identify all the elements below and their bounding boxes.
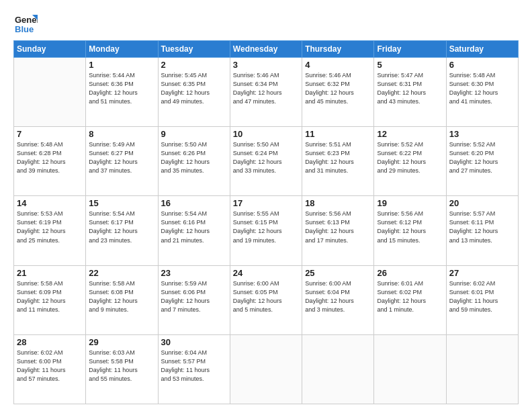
weekday-header-wednesday: Wednesday: [230, 41, 302, 58]
calendar-cell: [446, 334, 518, 404]
calendar-cell: 19Sunrise: 5:56 AM Sunset: 6:12 PM Dayli…: [374, 196, 446, 265]
calendar-cell: 14Sunrise: 5:53 AM Sunset: 6:19 PM Dayli…: [14, 196, 86, 265]
weekday-header-saturday: Saturday: [446, 41, 518, 58]
calendar-cell: 23Sunrise: 5:59 AM Sunset: 6:06 PM Dayli…: [158, 265, 230, 334]
day-number: 8: [89, 129, 154, 139]
day-info: Sunrise: 5:48 AM Sunset: 6:30 PM Dayligh…: [449, 71, 515, 106]
day-number: 21: [17, 268, 83, 278]
day-info: Sunrise: 5:50 AM Sunset: 6:24 PM Dayligh…: [233, 140, 299, 175]
day-info: Sunrise: 6:03 AM Sunset: 5:58 PM Dayligh…: [89, 349, 154, 383]
calendar-cell: 12Sunrise: 5:52 AM Sunset: 6:22 PM Dayli…: [374, 127, 446, 196]
day-number: 26: [377, 268, 443, 278]
day-info: Sunrise: 5:48 AM Sunset: 6:28 PM Dayligh…: [17, 140, 83, 175]
day-number: 2: [161, 60, 227, 70]
day-info: Sunrise: 6:01 AM Sunset: 6:02 PM Dayligh…: [377, 279, 443, 314]
day-info: Sunrise: 5:50 AM Sunset: 6:26 PM Dayligh…: [161, 140, 227, 175]
week-row-5: 28Sunrise: 6:02 AM Sunset: 6:00 PM Dayli…: [14, 334, 519, 404]
week-row-3: 14Sunrise: 5:53 AM Sunset: 6:19 PM Dayli…: [14, 196, 519, 265]
day-info: Sunrise: 5:59 AM Sunset: 6:06 PM Dayligh…: [161, 279, 227, 314]
calendar-cell: 11Sunrise: 5:51 AM Sunset: 6:23 PM Dayli…: [302, 127, 374, 196]
calendar-cell: 30Sunrise: 6:04 AM Sunset: 5:57 PM Dayli…: [158, 334, 230, 404]
day-number: 10: [233, 129, 299, 139]
calendar-table: SundayMondayTuesdayWednesdayThursdayFrid…: [13, 40, 519, 404]
day-number: 3: [233, 60, 299, 70]
day-info: Sunrise: 5:52 AM Sunset: 6:22 PM Dayligh…: [377, 140, 443, 175]
week-row-1: 1Sunrise: 5:44 AM Sunset: 6:36 PM Daylig…: [14, 58, 519, 127]
day-number: 12: [377, 129, 443, 139]
day-info: Sunrise: 6:02 AM Sunset: 6:01 PM Dayligh…: [449, 279, 515, 314]
day-number: 19: [377, 198, 443, 208]
day-number: 24: [233, 268, 299, 278]
calendar-cell: 21Sunrise: 5:58 AM Sunset: 6:09 PM Dayli…: [14, 265, 86, 334]
day-info: Sunrise: 5:54 AM Sunset: 6:17 PM Dayligh…: [89, 210, 154, 244]
weekday-header-thursday: Thursday: [302, 41, 374, 58]
day-number: 23: [161, 268, 227, 278]
day-info: Sunrise: 5:46 AM Sunset: 6:34 PM Dayligh…: [233, 71, 299, 106]
weekday-header-sunday: Sunday: [14, 41, 86, 58]
day-info: Sunrise: 5:58 AM Sunset: 6:09 PM Dayligh…: [17, 279, 83, 314]
calendar-cell: [302, 334, 374, 404]
logo: General Blue: [13, 12, 38, 36]
calendar-cell: 8Sunrise: 5:49 AM Sunset: 6:27 PM Daylig…: [86, 127, 158, 196]
calendar-page: General Blue SundayMondayTuesdayWednesda…: [0, 0, 532, 411]
calendar-cell: 22Sunrise: 5:58 AM Sunset: 6:08 PM Dayli…: [86, 265, 158, 334]
day-info: Sunrise: 6:00 AM Sunset: 6:04 PM Dayligh…: [305, 279, 371, 314]
day-number: 15: [89, 198, 154, 208]
calendar-cell: [14, 58, 86, 127]
day-number: 17: [233, 198, 299, 208]
day-number: 5: [377, 60, 443, 70]
day-number: 16: [161, 198, 227, 208]
day-info: Sunrise: 5:56 AM Sunset: 6:13 PM Dayligh…: [305, 210, 371, 244]
day-number: 30: [161, 337, 227, 347]
day-number: 14: [17, 198, 83, 208]
calendar-cell: 16Sunrise: 5:54 AM Sunset: 6:16 PM Dayli…: [158, 196, 230, 265]
day-info: Sunrise: 5:44 AM Sunset: 6:36 PM Dayligh…: [89, 71, 154, 106]
day-info: Sunrise: 5:51 AM Sunset: 6:23 PM Dayligh…: [305, 140, 371, 175]
calendar-cell: 7Sunrise: 5:48 AM Sunset: 6:28 PM Daylig…: [14, 127, 86, 196]
calendar-cell: 18Sunrise: 5:56 AM Sunset: 6:13 PM Dayli…: [302, 196, 374, 265]
day-number: 11: [305, 129, 371, 139]
calendar-cell: 6Sunrise: 5:48 AM Sunset: 6:30 PM Daylig…: [446, 58, 518, 127]
week-row-2: 7Sunrise: 5:48 AM Sunset: 6:28 PM Daylig…: [14, 127, 519, 196]
calendar-cell: 29Sunrise: 6:03 AM Sunset: 5:58 PM Dayli…: [86, 334, 158, 404]
day-info: Sunrise: 5:56 AM Sunset: 6:12 PM Dayligh…: [377, 210, 443, 244]
header: General Blue: [13, 12, 519, 36]
day-info: Sunrise: 6:04 AM Sunset: 5:57 PM Dayligh…: [161, 349, 227, 383]
day-number: 1: [89, 60, 154, 70]
day-number: 4: [305, 60, 371, 70]
day-number: 20: [449, 198, 515, 208]
day-number: 27: [449, 268, 515, 278]
day-info: Sunrise: 5:53 AM Sunset: 6:19 PM Dayligh…: [17, 210, 83, 244]
calendar-cell: 17Sunrise: 5:55 AM Sunset: 6:15 PM Dayli…: [230, 196, 302, 265]
calendar-cell: 4Sunrise: 5:46 AM Sunset: 6:32 PM Daylig…: [302, 58, 374, 127]
day-number: 22: [89, 268, 154, 278]
calendar-cell: 27Sunrise: 6:02 AM Sunset: 6:01 PM Dayli…: [446, 265, 518, 334]
day-info: Sunrise: 5:47 AM Sunset: 6:31 PM Dayligh…: [377, 71, 443, 106]
calendar-cell: 28Sunrise: 6:02 AM Sunset: 6:00 PM Dayli…: [14, 334, 86, 404]
calendar-cell: 26Sunrise: 6:01 AM Sunset: 6:02 PM Dayli…: [374, 265, 446, 334]
day-info: Sunrise: 5:45 AM Sunset: 6:35 PM Dayligh…: [161, 71, 227, 106]
logo-icon: General Blue: [13, 12, 38, 36]
day-number: 6: [449, 60, 515, 70]
day-number: 28: [17, 337, 83, 347]
day-info: Sunrise: 5:58 AM Sunset: 6:08 PM Dayligh…: [89, 279, 154, 314]
day-info: Sunrise: 5:57 AM Sunset: 6:11 PM Dayligh…: [449, 210, 515, 244]
day-number: 18: [305, 198, 371, 208]
weekday-header-friday: Friday: [374, 41, 446, 58]
calendar-cell: 9Sunrise: 5:50 AM Sunset: 6:26 PM Daylig…: [158, 127, 230, 196]
calendar-cell: [230, 334, 302, 404]
calendar-cell: 13Sunrise: 5:52 AM Sunset: 6:20 PM Dayli…: [446, 127, 518, 196]
calendar-cell: 15Sunrise: 5:54 AM Sunset: 6:17 PM Dayli…: [86, 196, 158, 265]
calendar-cell: 10Sunrise: 5:50 AM Sunset: 6:24 PM Dayli…: [230, 127, 302, 196]
weekday-header-row: SundayMondayTuesdayWednesdayThursdayFrid…: [14, 41, 519, 58]
day-number: 9: [161, 129, 227, 139]
calendar-cell: 2Sunrise: 5:45 AM Sunset: 6:35 PM Daylig…: [158, 58, 230, 127]
svg-text:Blue: Blue: [15, 24, 34, 34]
calendar-cell: 1Sunrise: 5:44 AM Sunset: 6:36 PM Daylig…: [86, 58, 158, 127]
day-number: 25: [305, 268, 371, 278]
day-info: Sunrise: 6:02 AM Sunset: 6:00 PM Dayligh…: [17, 349, 83, 383]
calendar-cell: [374, 334, 446, 404]
day-info: Sunrise: 5:49 AM Sunset: 6:27 PM Dayligh…: [89, 140, 154, 175]
calendar-cell: 25Sunrise: 6:00 AM Sunset: 6:04 PM Dayli…: [302, 265, 374, 334]
day-info: Sunrise: 5:55 AM Sunset: 6:15 PM Dayligh…: [233, 210, 299, 244]
